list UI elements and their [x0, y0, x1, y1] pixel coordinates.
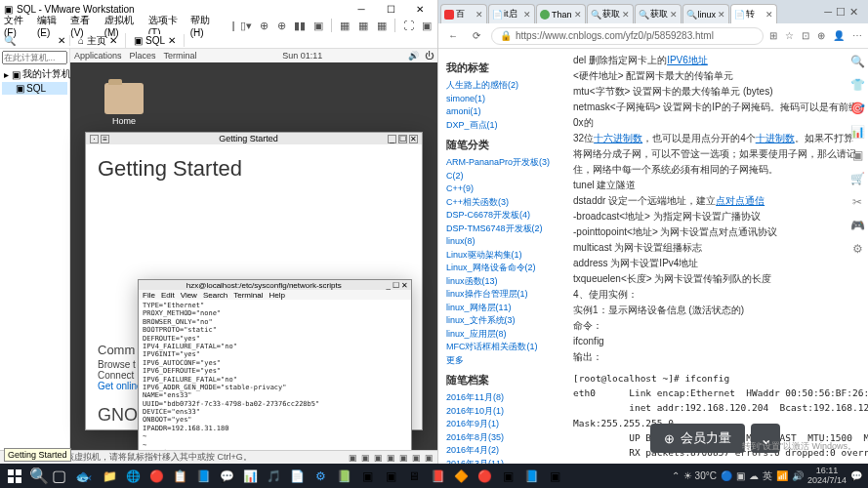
notifications-icon[interactable]: 💬 — [850, 470, 862, 481]
fullscreen-icon[interactable]: ⛶ — [401, 18, 416, 33]
archive-link[interactable]: 2016年8月(35) — [446, 431, 559, 445]
tag-link[interactable]: 人生路上的感悟(2) — [446, 79, 559, 93]
gs-menu-icon[interactable]: ≡ — [101, 135, 109, 143]
more-icon[interactable]: ⋯ — [852, 30, 862, 41]
library-search-input[interactable] — [2, 51, 67, 64]
tab-close-icon[interactable]: ✕ — [168, 35, 176, 46]
term-menu-view[interactable]: View — [181, 291, 197, 300]
gs-minimize[interactable]: _ — [388, 135, 396, 143]
terminal-content[interactable]: TYPE="Ethernet" PROXY_METHOD="none" BROW… — [139, 300, 411, 450]
gs-close[interactable]: ✕ — [409, 135, 418, 143]
gnome-power-icon[interactable]: ⏻ — [425, 51, 434, 61]
close-button[interactable]: ✕ — [406, 2, 434, 16]
category-link[interactable]: linux_文件系统(3) — [446, 314, 559, 328]
vm-dev-icon[interactable]: ▣ — [399, 453, 408, 463]
term-menu-file[interactable]: File — [143, 291, 155, 300]
gnome-volume-icon[interactable]: 🔊 — [408, 51, 419, 61]
library-close-icon[interactable]: ✕ — [58, 35, 65, 46]
category-link[interactable]: linux_网络层(11) — [446, 302, 559, 315]
category-link[interactable]: C(2) — [446, 170, 559, 183]
app-taskbar[interactable]: 🔶 — [449, 464, 473, 488]
term-minimize[interactable]: _ — [387, 281, 391, 290]
ime-icon[interactable]: 英 — [763, 469, 772, 483]
tab-close-icon[interactable]: ✕ — [718, 10, 725, 20]
browser-tab[interactable]: 百✕ — [440, 4, 487, 23]
app-taskbar[interactable]: 📗 — [332, 464, 355, 488]
gs-maximize[interactable]: ☐ — [398, 135, 407, 143]
hex-link[interactable]: 十六进制数 — [594, 133, 642, 143]
tab-close-icon[interactable]: ✕ — [475, 10, 483, 20]
address-bar[interactable]: 🔒 https://www.cnblogs.com/yfz0/p/5859283… — [491, 27, 764, 45]
tab-close-icon[interactable]: ✕ — [109, 35, 117, 46]
browser-tab[interactable]: Than✕ — [536, 4, 586, 23]
refresh-button[interactable]: ⟳ — [468, 27, 485, 45]
edge-tool-icon[interactable]: 🔍 — [849, 55, 865, 70]
tool3-icon[interactable]: ▦ — [374, 18, 389, 33]
app-taskbar[interactable]: 📘 — [191, 464, 215, 488]
app-taskbar[interactable]: ▣ — [379, 464, 402, 488]
star-icon[interactable]: ☆ — [785, 30, 794, 41]
stop-icon[interactable]: ▣ — [311, 18, 326, 33]
browser-tab-active[interactable]: 📄转✕ — [730, 4, 777, 23]
category-link[interactable]: ARM-PananaPro开发板(3) — [446, 156, 559, 170]
library-icon[interactable]: 🔍 — [4, 35, 16, 46]
volume-icon[interactable]: 🔊 — [792, 470, 804, 481]
profile-icon[interactable]: 👤 — [833, 30, 845, 41]
term-maximize[interactable]: ☐ — [393, 281, 399, 290]
category-link[interactable]: C++相关函数(3) — [446, 196, 559, 210]
vm-dev-icon[interactable]: ▣ — [412, 453, 421, 463]
tree-root[interactable]: ▸ ▣ 我的计算机 — [2, 66, 67, 82]
category-link[interactable]: Linux驱动架构集(1) — [446, 249, 559, 263]
unity-icon[interactable]: ▣ — [419, 18, 434, 33]
edge-tool-icon[interactable]: 🎯 — [849, 102, 865, 117]
gs-online-link[interactable]: Get online — [98, 381, 143, 391]
category-link[interactable]: linux(8) — [446, 235, 559, 249]
app-taskbar[interactable]: 📊 — [238, 464, 262, 488]
gnome-applications[interactable]: Applications — [74, 51, 122, 61]
app-taskbar[interactable]: 📋 — [168, 464, 191, 488]
archive-link[interactable]: 2016年10月(1) — [446, 405, 559, 419]
category-link[interactable]: Linux_网络设备命令(2) — [446, 262, 559, 275]
category-link[interactable]: C++(9) — [446, 183, 559, 196]
tab-close-icon[interactable]: ✕ — [574, 10, 582, 20]
tab-home[interactable]: ⌂ 主页 ✕ — [70, 33, 126, 49]
tool1-icon[interactable]: ▦ — [338, 18, 352, 33]
app-taskbar[interactable]: ⚙ — [309, 464, 332, 488]
search-button[interactable]: 🔍 — [29, 464, 49, 488]
gnome-places[interactable]: Places — [130, 51, 156, 61]
tray-icon[interactable]: ☁ — [749, 470, 759, 481]
archive-link[interactable]: 2016年11月(8) — [446, 391, 559, 405]
power-dropdown[interactable]: ▯▾ — [238, 18, 253, 33]
vm-dev-icon[interactable]: ▣ — [349, 453, 357, 463]
category-link[interactable]: MFC对话框相关函数(1) — [446, 341, 559, 354]
wifi-icon[interactable]: 📶 — [776, 470, 788, 481]
tag-link[interactable]: simone(1) — [446, 93, 559, 106]
dec-link[interactable]: 十进制数 — [756, 133, 795, 143]
term-close[interactable]: ✕ — [401, 281, 408, 290]
category-link[interactable]: 更多 — [446, 354, 559, 368]
tray-chevron-icon[interactable]: ⌃ — [672, 470, 680, 481]
browser-tab[interactable]: 🔍获取✕ — [635, 4, 682, 23]
minimize-button[interactable]: ─ — [348, 2, 375, 16]
term-menu-help[interactable]: Help — [269, 291, 284, 300]
tab-icon[interactable]: ⊡ — [802, 30, 809, 41]
read-icon[interactable]: ⊞ — [769, 30, 777, 41]
edge-tool-icon[interactable]: 🛒 — [849, 172, 865, 187]
app-taskbar[interactable]: 📕 — [426, 464, 449, 488]
pause-icon[interactable]: ▮▮ — [293, 18, 308, 33]
start-button[interactable] — [0, 464, 29, 488]
weather-widget[interactable]: ☀30°C — [683, 470, 717, 481]
fish-widget[interactable]: 🐟 — [68, 464, 98, 488]
edge-tool-icon[interactable]: 📊 — [849, 125, 865, 141]
browser-tab[interactable]: 🔍linux✕ — [682, 4, 730, 23]
app-taskbar[interactable]: 🎵 — [262, 464, 285, 488]
category-link[interactable]: linux_应用层(8) — [446, 328, 559, 342]
browser-close[interactable]: ✕ — [849, 6, 858, 19]
back-button[interactable]: ← — [444, 27, 462, 45]
category-link[interactable]: linux函数(13) — [446, 275, 559, 289]
app-taskbar[interactable]: ▣ — [355, 464, 379, 488]
gs-min-icon[interactable]: · — [90, 135, 99, 143]
browser-maximize[interactable]: ☐ — [836, 6, 846, 19]
home-folder-icon[interactable]: Home — [100, 83, 148, 126]
edge-tool-icon[interactable]: 🎮 — [849, 219, 865, 234]
